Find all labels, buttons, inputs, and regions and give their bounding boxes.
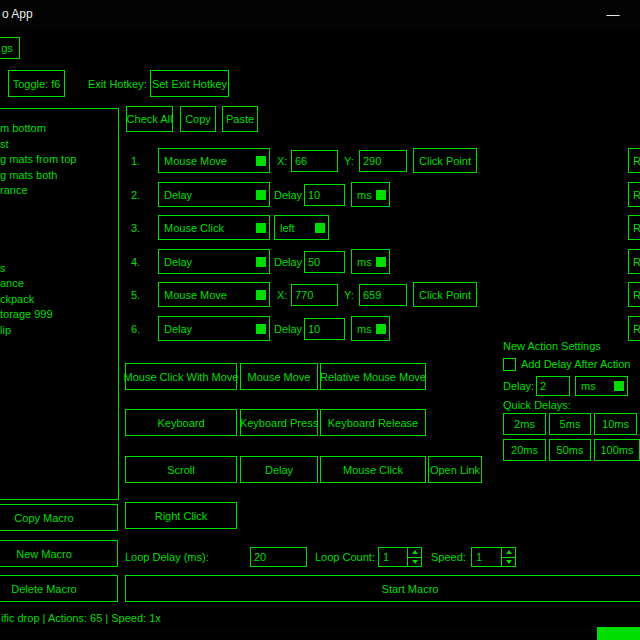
copy-macro-button[interactable]: Copy Macro: [0, 504, 118, 531]
add-mouse-move-button[interactable]: Mouse Move: [240, 363, 318, 390]
new-action-settings-title: New Action Settings: [503, 340, 601, 352]
dropdown-square-icon: [614, 381, 624, 391]
add-open-link-button[interactable]: Open Link: [428, 456, 482, 483]
macro-list-item[interactable]: [0, 199, 118, 215]
remove-action-button[interactable]: R: [628, 182, 640, 207]
click-point-button[interactable]: Click Point: [413, 148, 477, 173]
toggle-hotkey-button[interactable]: Toggle: f6: [8, 70, 65, 97]
loop-count-label: Loop Count:: [315, 551, 375, 563]
macro-list: m bottom st g mats from top g mats both …: [0, 108, 119, 500]
coord-x-label: X:: [277, 289, 287, 301]
stepper-arrows: [501, 548, 515, 566]
delay-unit-value: ms: [357, 189, 372, 201]
quick-delays-label: Quick Delays:: [503, 399, 571, 411]
add-delay-checkbox-label: Add Delay After Action: [521, 358, 630, 370]
dropdown-square-icon: [256, 190, 266, 200]
titlebar: o App —: [0, 0, 640, 30]
speed-value: 1: [476, 551, 482, 563]
quick-delay-2ms-button[interactable]: 2ms: [503, 413, 546, 435]
add-delay-checkbox[interactable]: [503, 358, 516, 371]
new-action-delay-input[interactable]: [536, 376, 570, 396]
macro-list-item[interactable]: st: [0, 137, 118, 153]
coord-x-label: X:: [277, 155, 287, 167]
macro-list-item[interactable]: rance: [0, 183, 118, 199]
settings-menu-button[interactable]: gs: [0, 37, 20, 59]
add-delay-button[interactable]: Delay: [240, 456, 318, 483]
spin-up-button[interactable]: [502, 548, 515, 558]
action-type-value: Mouse Move: [164, 155, 227, 167]
mouse-button-select[interactable]: left: [274, 215, 329, 240]
macro-list-item[interactable]: [0, 230, 118, 246]
quick-delay-100ms-button[interactable]: 100ms: [594, 439, 640, 461]
spin-down-button[interactable]: [408, 558, 421, 567]
click-point-button[interactable]: Click Point: [413, 282, 477, 307]
remove-action-button[interactable]: R: [628, 215, 640, 240]
delay-unit-select[interactable]: ms: [351, 249, 390, 274]
action-type-select[interactable]: Mouse Click: [158, 215, 270, 240]
macro-list-item[interactable]: g mats from top: [0, 152, 118, 168]
macro-list-item[interactable]: torage 999: [0, 307, 118, 323]
macro-list-item[interactable]: ckpack: [0, 292, 118, 308]
spin-up-button[interactable]: [408, 548, 421, 558]
speed-stepper[interactable]: 1: [471, 547, 516, 567]
macro-list-item[interactable]: g mats both: [0, 168, 118, 184]
add-right-click-button[interactable]: Right Click: [125, 502, 237, 529]
coord-x-input[interactable]: [291, 150, 338, 172]
add-keyboard-press-button[interactable]: Keyboard Press: [240, 409, 318, 436]
set-exit-hotkey-button[interactable]: Set Exit Hotkey: [150, 70, 229, 97]
macro-list-item[interactable]: s: [0, 261, 118, 277]
add-mouse-click-with-move-button[interactable]: Mouse Click With Move: [125, 363, 237, 390]
action-type-select[interactable]: Delay: [158, 249, 270, 274]
delay-input[interactable]: [304, 318, 345, 340]
taskbar-highlighted-item[interactable]: [597, 627, 640, 640]
action-type-select[interactable]: Delay: [158, 182, 270, 207]
loop-delay-label: Loop Delay (ms):: [125, 551, 209, 563]
action-type-select[interactable]: Mouse Move: [158, 148, 270, 173]
coord-y-input[interactable]: [359, 150, 407, 172]
coord-x-input[interactable]: [291, 284, 338, 306]
quick-delay-20ms-button[interactable]: 20ms: [503, 439, 546, 461]
dropdown-square-icon: [256, 223, 266, 233]
stepper-arrows: [407, 548, 421, 566]
remove-action-button[interactable]: R: [628, 316, 640, 341]
add-scroll-button[interactable]: Scroll: [125, 456, 237, 483]
remove-action-button[interactable]: R: [628, 282, 640, 307]
delay-input[interactable]: [304, 184, 345, 206]
macro-list-item[interactable]: m bottom: [0, 121, 118, 137]
delay-unit-select[interactable]: ms: [351, 182, 390, 207]
macro-list-item[interactable]: ance: [0, 276, 118, 292]
delay-input[interactable]: [304, 251, 345, 273]
check-all-button[interactable]: Check All: [126, 106, 173, 132]
action-type-select[interactable]: Delay: [158, 316, 270, 341]
minimize-button[interactable]: —: [596, 0, 630, 28]
remove-action-button[interactable]: R: [628, 148, 640, 173]
new-action-delay-unit-select[interactable]: ms: [575, 376, 628, 396]
add-keyboard-release-button[interactable]: Keyboard Release: [320, 409, 426, 436]
macro-list-item[interactable]: [0, 245, 118, 261]
paste-actions-button[interactable]: Paste: [222, 106, 258, 132]
delete-macro-button[interactable]: Delete Macro: [0, 575, 118, 602]
quick-delay-5ms-button[interactable]: 5ms: [549, 413, 591, 435]
dropdown-square-icon: [376, 257, 386, 267]
copy-actions-button[interactable]: Copy: [180, 106, 216, 132]
action-number: 5.: [131, 289, 140, 301]
quick-delay-50ms-button[interactable]: 50ms: [549, 439, 591, 461]
macro-list-item[interactable]: [0, 214, 118, 230]
remove-action-button[interactable]: R: [628, 249, 640, 274]
add-mouse-click-button[interactable]: Mouse Click: [320, 456, 426, 483]
coord-y-input[interactable]: [359, 284, 407, 306]
app-window: o App — gs Toggle: f6 Exit Hotkey: Set E…: [0, 0, 640, 640]
quick-delay-10ms-button[interactable]: 10ms: [594, 413, 637, 435]
delay-unit-select[interactable]: ms: [351, 316, 390, 341]
add-keyboard-button[interactable]: Keyboard: [125, 409, 237, 436]
add-relative-mouse-move-button[interactable]: Relative Mouse Move: [320, 363, 426, 390]
new-macro-button[interactable]: New Macro: [0, 540, 118, 567]
macro-list-item[interactable]: lip: [0, 323, 118, 339]
loop-delay-input[interactable]: [250, 547, 307, 567]
loop-count-stepper[interactable]: 1: [378, 547, 422, 567]
spin-down-button[interactable]: [502, 558, 515, 567]
action-type-value: Mouse Click: [164, 222, 224, 234]
dropdown-square-icon: [315, 223, 325, 233]
start-macro-button[interactable]: Start Macro: [125, 575, 640, 602]
action-type-select[interactable]: Mouse Move: [158, 282, 270, 307]
